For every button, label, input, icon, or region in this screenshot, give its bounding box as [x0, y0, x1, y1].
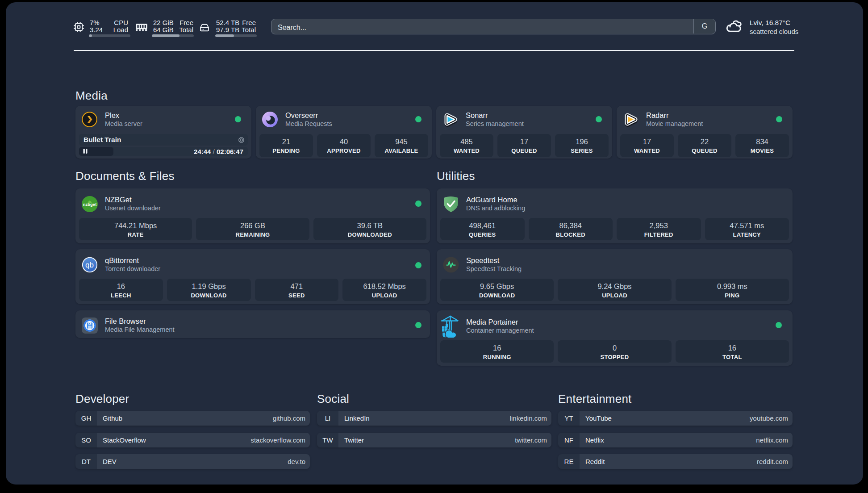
svg-text:qb: qb	[85, 261, 94, 269]
svg-text:nzbget: nzbget	[83, 202, 97, 207]
